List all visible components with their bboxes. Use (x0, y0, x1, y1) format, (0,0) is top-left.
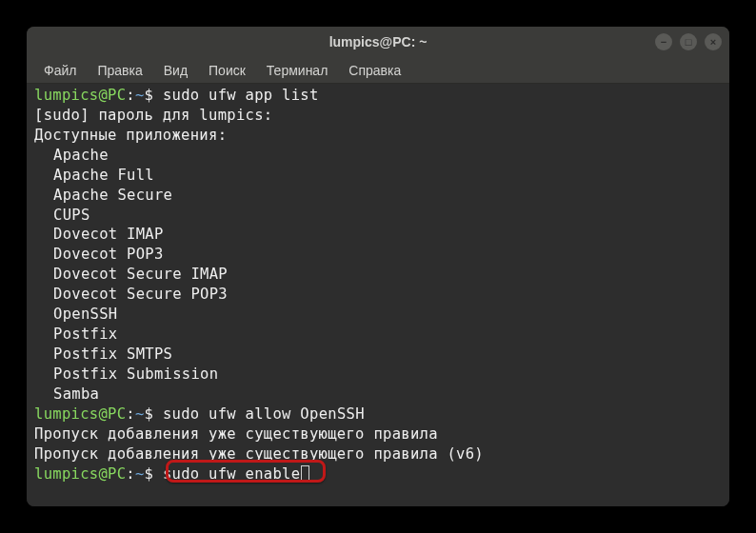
maximize-icon: □ (686, 37, 692, 48)
prompt-user: lumpics@PC (34, 87, 126, 104)
window-title: lumpics@PC: ~ (329, 34, 428, 49)
app-item: Apache Secure (34, 186, 722, 206)
close-button[interactable]: × (705, 33, 722, 50)
menubar: Файл Правка Вид Поиск Терминал Справка (27, 57, 729, 84)
terminal-window: lumpics@PC: ~ − □ × Файл Правка Вид Поис… (27, 27, 729, 506)
app-item: Dovecot POP3 (34, 245, 722, 265)
apps-header: Доступные приложения: (34, 126, 722, 146)
app-item: Apache (34, 146, 722, 166)
prompt-line-3: lumpics@PC:~$ sudo ufw enable (34, 464, 722, 484)
text-cursor (301, 465, 309, 481)
menu-search[interactable]: Поиск (199, 61, 255, 80)
app-item: Samba (34, 385, 722, 405)
command-1: sudo ufw app list (163, 87, 319, 104)
menu-edit[interactable]: Правка (88, 61, 151, 80)
prompt-path: ~ (135, 87, 145, 104)
app-item: OpenSSH (34, 305, 722, 325)
sudo-prompt: [sudo] пароль для lumpics: (34, 106, 722, 126)
app-item: Apache Full (34, 166, 722, 186)
maximize-button[interactable]: □ (680, 33, 697, 50)
app-item: Dovecot Secure POP3 (34, 285, 722, 305)
command-2: sudo ufw allow OpenSSH (163, 405, 365, 423)
titlebar[interactable]: lumpics@PC: ~ − □ × (27, 27, 729, 57)
app-item: CUPS (34, 206, 722, 226)
app-item: Postfix SMTPS (34, 345, 722, 365)
minimize-icon: − (661, 37, 666, 48)
prompt-line-2: lumpics@PC:~$ sudo ufw allow OpenSSH (34, 405, 722, 424)
app-item: Postfix Submission (34, 365, 722, 385)
minimize-button[interactable]: − (655, 33, 672, 50)
window-controls: − □ × (655, 33, 722, 50)
app-item: Postfix (34, 325, 722, 345)
skip-rule-2: Пропуск добавления уже существующего пра… (34, 444, 722, 464)
menu-view[interactable]: Вид (154, 61, 197, 80)
menu-help[interactable]: Справка (339, 61, 410, 80)
menu-terminal[interactable]: Терминал (257, 61, 337, 80)
prompt-line-1: lumpics@PC:~$ sudo ufw app list (34, 86, 722, 106)
menu-file[interactable]: Файл (34, 61, 86, 80)
close-icon: × (710, 37, 716, 48)
app-item: Dovecot IMAP (34, 225, 722, 245)
skip-rule-1: Пропуск добавления уже существующего пра… (34, 424, 722, 444)
command-3: sudo ufw enable (163, 465, 300, 483)
terminal-output[interactable]: lumpics@PC:~$ sudo ufw app list [sudo] п… (27, 84, 729, 506)
app-item: Dovecot Secure IMAP (34, 265, 722, 285)
